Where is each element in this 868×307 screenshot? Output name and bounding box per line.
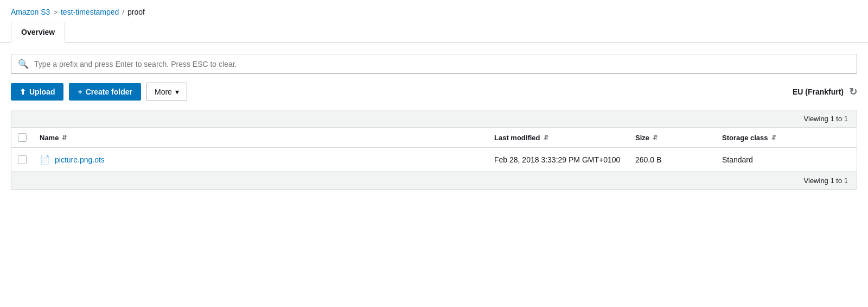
sort-size-icon: ⇵ bbox=[653, 135, 658, 141]
header-checkbox[interactable] bbox=[18, 133, 27, 142]
search-bar[interactable]: 🔍 bbox=[11, 54, 857, 74]
breadcrumb-sep-1: > bbox=[53, 8, 58, 16]
row-checkbox[interactable] bbox=[18, 155, 27, 164]
td-file-name[interactable]: 📄 picture.png.ots bbox=[33, 148, 488, 171]
plus-icon bbox=[78, 87, 82, 96]
viewing-label-top: Viewing 1 to 1 bbox=[11, 110, 857, 127]
table-row: 📄 picture.png.ots Feb 28, 2018 3:33:29 P… bbox=[11, 148, 857, 172]
more-button[interactable]: More bbox=[146, 83, 187, 101]
breadcrumb-amazon-s3[interactable]: Amazon S3 bbox=[11, 8, 50, 16]
breadcrumb-folder: proof bbox=[127, 8, 145, 16]
main-content: 🔍 Upload Create folder More EU (Frankfur… bbox=[0, 43, 868, 201]
search-icon: 🔍 bbox=[18, 59, 29, 69]
refresh-icon[interactable]: ↻ bbox=[849, 86, 857, 98]
search-input[interactable] bbox=[34, 60, 850, 68]
th-last-modified[interactable]: Last modified ⇵ bbox=[488, 128, 629, 147]
tab-overview[interactable]: Overview bbox=[11, 22, 65, 43]
breadcrumb: Amazon S3 > test-timestamped / proof bbox=[0, 0, 868, 22]
tabs-bar: Overview bbox=[0, 22, 868, 43]
th-storage-class[interactable]: Storage class ⇵ bbox=[716, 128, 857, 147]
sort-storage-icon: ⇵ bbox=[771, 135, 776, 141]
sort-modified-icon: ⇵ bbox=[544, 135, 548, 141]
file-icon: 📄 bbox=[40, 154, 50, 165]
chevron-down-icon bbox=[175, 87, 179, 96]
td-storage-class: Standard bbox=[716, 148, 857, 171]
breadcrumb-sep-2: / bbox=[122, 8, 124, 16]
th-size[interactable]: Size ⇵ bbox=[629, 128, 716, 147]
breadcrumb-bucket[interactable]: test-timestamped bbox=[61, 8, 119, 16]
create-folder-button[interactable]: Create folder bbox=[69, 83, 141, 101]
upload-icon bbox=[20, 87, 26, 96]
td-size: 260.0 B bbox=[629, 148, 716, 171]
th-checkbox bbox=[11, 128, 33, 147]
viewing-label-bottom: Viewing 1 to 1 bbox=[11, 172, 857, 189]
table-header: Name ⇵ Last modified ⇵ Size ⇵ Storage cl… bbox=[11, 127, 857, 148]
region-info: EU (Frankfurt) ↻ bbox=[793, 86, 857, 98]
td-checkbox bbox=[11, 148, 33, 171]
th-name[interactable]: Name ⇵ bbox=[33, 128, 488, 147]
files-table: Viewing 1 to 1 Name ⇵ Last modified ⇵ Si… bbox=[11, 110, 857, 190]
sort-name-icon: ⇵ bbox=[62, 135, 67, 141]
upload-button[interactable]: Upload bbox=[11, 83, 63, 101]
td-last-modified: Feb 28, 2018 3:33:29 PM GMT+0100 bbox=[488, 148, 629, 171]
toolbar: Upload Create folder More EU (Frankfurt)… bbox=[11, 83, 857, 101]
